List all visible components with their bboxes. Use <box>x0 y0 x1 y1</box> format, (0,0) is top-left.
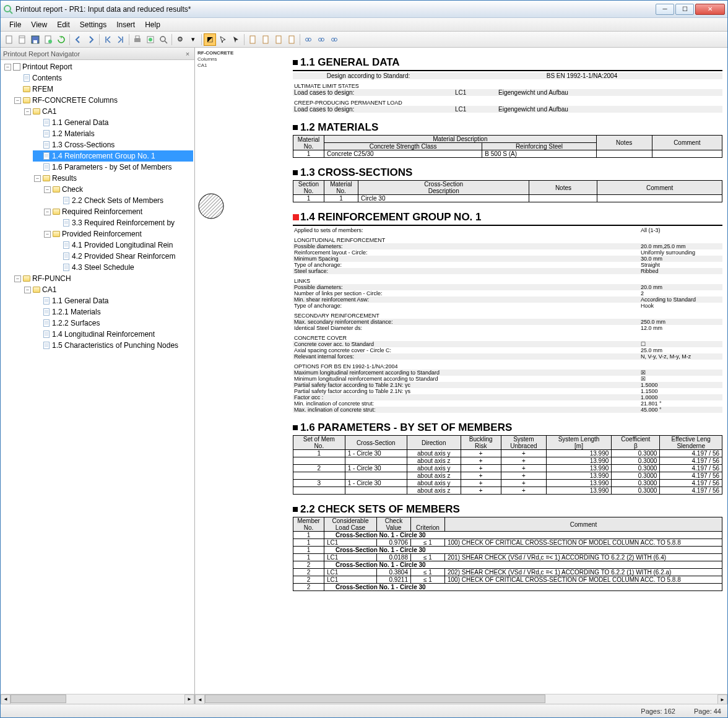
tree-item[interactable]: −Check <box>43 184 193 195</box>
menu-view[interactable]: View <box>26 19 52 30</box>
tree-item[interactable]: Contents <box>13 72 193 84</box>
scroll-thumb[interactable] <box>11 694 66 703</box>
link1-icon[interactable] <box>302 33 314 46</box>
doc3-icon[interactable] <box>272 33 285 46</box>
menu-settings[interactable]: Settings <box>75 19 111 30</box>
section-1-3-title: 1.3 CROSS-SECTIONS <box>293 167 722 179</box>
close-button[interactable]: ✕ <box>695 4 725 15</box>
tree-item[interactable]: −CA1 <box>23 106 193 117</box>
page-icon <box>62 263 71 272</box>
tree-item-label: Required Reinforcement <box>62 206 142 217</box>
navigator-scrollbar[interactable]: ◄ ► <box>1 694 194 704</box>
search-icon[interactable] <box>157 33 170 46</box>
tree-item-label: 4.1 Provided Longitudinal Rein <box>72 240 173 251</box>
scroll-right-icon[interactable]: ► <box>717 694 727 704</box>
tree-item[interactable]: 1.3 Cross-Sections <box>33 139 193 150</box>
section-1-4-title: 1.4 REINFORCEMENT GROUP NO. 1 <box>293 211 722 223</box>
scroll-thumb[interactable] <box>205 694 545 703</box>
link3-icon[interactable] <box>328 33 340 46</box>
cross-sections-table: SectionNo.MaterialNo.Cross-SectionDescri… <box>293 180 722 202</box>
scroll-right-icon[interactable]: ► <box>184 694 194 704</box>
navigator-header: Printout Report Navigator × <box>1 48 194 60</box>
tree-item[interactable]: −Provided Reinforcement <box>43 228 193 240</box>
tree-item-label: Printout Report <box>22 61 72 72</box>
new-icon[interactable] <box>3 33 15 46</box>
refresh-icon[interactable] <box>55 33 67 46</box>
menu-insert[interactable]: Insert <box>111 19 140 30</box>
tree-root[interactable]: −Printout Report <box>3 61 193 72</box>
open-icon[interactable] <box>16 33 28 46</box>
navigator-title: Printout Report Navigator <box>3 50 80 58</box>
navigator-tree[interactable]: −Printout ReportContentsRFEM−RF-CONCRETE… <box>1 60 194 694</box>
svg-point-11 <box>149 38 152 41</box>
doc4-icon[interactable] <box>285 33 298 46</box>
svg-point-0 <box>4 6 11 12</box>
thumbnail-strip: RF-CONCRETE Columns CA1 <box>195 48 288 694</box>
tree-item-label: 1.1 General Data <box>52 295 108 306</box>
minimize-button[interactable]: ─ <box>656 4 674 15</box>
tree-item[interactable]: −CA1 <box>23 284 193 295</box>
folder-icon <box>22 85 31 93</box>
navigator-close-icon[interactable]: × <box>183 50 192 58</box>
tree-item-label: 1.4 Reinforcement Group No. 1 <box>52 150 155 162</box>
tree-item[interactable]: 1.2 Materials <box>33 128 193 139</box>
tree-item-label: RF-CONCRETE Columns <box>32 95 118 106</box>
doc1-icon[interactable] <box>246 33 259 46</box>
last-icon[interactable] <box>115 33 127 46</box>
scroll-left-icon[interactable]: ◄ <box>195 694 205 704</box>
export-icon[interactable] <box>144 33 157 46</box>
section-1-2-title: 1.2 MATERIALS <box>293 121 722 134</box>
link2-icon[interactable] <box>315 33 327 46</box>
pointer-icon[interactable] <box>217 33 229 46</box>
menu-help[interactable]: Help <box>140 19 165 30</box>
tree-item[interactable]: 4.2 Provided Shear Reinforcem <box>53 251 193 262</box>
scroll-left-icon[interactable]: ◄ <box>1 694 11 704</box>
page-icon <box>42 152 51 160</box>
tree-item[interactable]: 1.2.1 Materials <box>33 306 193 318</box>
select-icon[interactable] <box>230 33 242 46</box>
save-icon[interactable] <box>29 33 41 46</box>
saveas-icon[interactable] <box>42 33 54 46</box>
maximize-button[interactable]: ☐ <box>675 4 694 15</box>
tree-item[interactable]: −RF-PUNCH <box>13 273 193 284</box>
section-1-1-title: 1.1 GENERAL DATA <box>293 56 722 69</box>
window-title: Printout report - PR1: Input data and re… <box>15 5 656 14</box>
doc2-icon[interactable] <box>259 33 272 46</box>
tree-item[interactable]: −RF-CONCRETE Columns <box>13 95 193 106</box>
tree-item[interactable]: 1.1 General Data <box>33 117 193 128</box>
page-icon <box>42 163 51 171</box>
dropdown-arrow-icon[interactable]: ▾ <box>187 33 199 46</box>
gear-icon[interactable]: ⚙ <box>174 33 186 46</box>
tree-item-label: 1.2.1 Materials <box>52 306 101 318</box>
tree-item[interactable]: RFEM <box>13 84 193 95</box>
preview-scrollbar[interactable]: ◄ ► <box>195 694 727 704</box>
tree-item-label: 1.2.2 Surfaces <box>52 318 100 329</box>
tree-item[interactable]: 1.2.2 Surfaces <box>33 318 193 329</box>
page-icon <box>42 296 51 305</box>
folder-icon <box>32 107 41 116</box>
tree-item-label: 1.2 Materials <box>52 128 95 139</box>
tree-item[interactable]: 2.2 Check Sets of Members <box>53 195 193 206</box>
print-icon[interactable] <box>131 33 144 46</box>
section-1-6-title: 1.6 PARAMETERS - BY SET OF MEMBERS <box>293 422 722 434</box>
tree-item-label: 1.5 Characteristics of Punching Nodes <box>52 340 178 351</box>
tree-item[interactable]: 4.1 Provided Longitudinal Rein <box>53 240 193 251</box>
tree-item-label: Contents <box>32 72 62 84</box>
tree-item[interactable]: 1.4 Reinforcement Group No. 1 <box>33 150 193 162</box>
tree-item[interactable]: −Required Reinforcement <box>43 206 193 217</box>
tree-item[interactable]: 1.1 General Data <box>33 295 193 306</box>
svg-rect-17 <box>289 36 294 43</box>
tree-item[interactable]: 4.3 Steel Schedule <box>53 262 193 273</box>
tree-item[interactable]: 1.4 Longitudinal Reinforcement <box>33 329 193 340</box>
prev-icon[interactable] <box>72 33 84 46</box>
tree-item[interactable]: 3.3 Required Reinforcement by <box>53 217 193 228</box>
first-icon[interactable] <box>102 33 114 46</box>
tree-item[interactable]: 1.6 Parameters - by Set of Members <box>33 162 193 173</box>
highlight-icon[interactable]: ◩ <box>204 33 216 46</box>
menu-file[interactable]: File <box>4 19 26 30</box>
menu-edit[interactable]: Edit <box>52 19 75 30</box>
tree-item[interactable]: 1.5 Characteristics of Punching Nodes <box>33 340 193 351</box>
next-icon[interactable] <box>85 33 97 46</box>
document-view[interactable]: 1.1 GENERAL DATA Design according to Sta… <box>288 48 727 694</box>
tree-item[interactable]: −Results <box>33 173 193 184</box>
